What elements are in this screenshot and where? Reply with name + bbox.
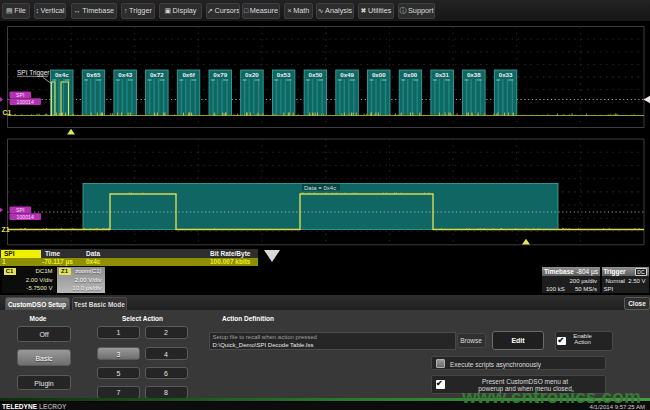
svg-text:0x00: 0x00: [404, 71, 418, 78]
svg-text:0x43: 0x43: [118, 71, 132, 78]
svg-text:0x31: 0x31: [435, 71, 449, 78]
svg-text:0x4c: 0x4c: [55, 71, 69, 78]
svg-text:SPI: SPI: [16, 92, 24, 98]
svg-text:100014: 100014: [17, 99, 34, 105]
svg-text:100014: 100014: [17, 214, 34, 220]
svg-text:0x53: 0x53: [277, 71, 291, 78]
svg-text:0x38: 0x38: [467, 71, 481, 78]
svg-text:0x65: 0x65: [87, 71, 101, 78]
svg-text:0x79: 0x79: [213, 71, 227, 78]
svg-text:Z1: Z1: [2, 226, 10, 233]
svg-text:SPI Trigger: SPI Trigger: [17, 69, 50, 77]
svg-text:0x20: 0x20: [245, 71, 259, 78]
svg-text:0x72: 0x72: [150, 71, 164, 78]
svg-text:Data = 0x4c: Data = 0x4c: [304, 185, 336, 191]
svg-text:SPI: SPI: [16, 207, 24, 213]
svg-text:C1: C1: [3, 109, 12, 116]
svg-text:0x49: 0x49: [340, 71, 354, 78]
svg-text:0x00: 0x00: [372, 71, 386, 78]
svg-text:0x50: 0x50: [309, 71, 323, 78]
svg-text:0x6f: 0x6f: [182, 71, 195, 78]
svg-text:0x33: 0x33: [499, 71, 513, 78]
